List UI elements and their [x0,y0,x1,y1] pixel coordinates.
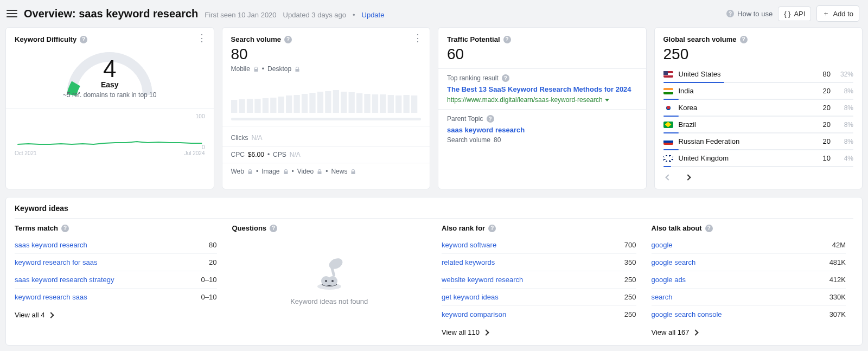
kd-axis-bottom: 0 [202,144,205,150]
menu-icon[interactable] [4,6,20,21]
kd-title: Keyword Difficulty [15,35,76,43]
breakdown-item: Image [261,168,279,175]
svg-rect-15 [348,92,354,113]
lock-icon [247,169,253,174]
keyword-link[interactable]: google ads [652,276,686,284]
empty-illustration [308,253,351,291]
help-icon[interactable]: ? [80,36,87,43]
more-icon[interactable]: ⋮ [197,34,207,42]
country-volume: 20 [812,120,831,129]
keyword-row: keyword software 700 [442,237,636,254]
tp-head: Traffic Potential ? [447,35,637,43]
keyword-link[interactable]: google [652,241,673,249]
keyword-volume: 700 [624,241,636,249]
also-talk-head: Also talk about ? [652,224,846,232]
clicks-label: Clicks [231,134,248,142]
also-talk-view-all[interactable]: View all 167 [652,328,846,336]
country-row[interactable]: Brazil 20 8% [663,117,854,133]
svg-rect-10 [309,93,315,113]
svg-rect-1 [239,99,245,113]
clicks-row: Clicks N/A [231,132,422,144]
svg-rect-7 [286,95,292,113]
help-icon[interactable]: ? [61,225,69,232]
country-row[interactable]: Russian Federation 20 8% [663,133,854,150]
dot-sep: • [267,151,270,158]
also-rank-view-all[interactable]: View all 110 [442,328,636,336]
keyword-volume: 350 [624,258,636,266]
title-wrap: Overview: saas keyword research First se… [20,8,726,20]
keyword-link[interactable]: google search [652,258,696,266]
flag-icon [663,105,673,111]
keyword-link[interactable]: related keywords [442,258,495,266]
keyword-link[interactable]: saas keyword research [15,241,87,249]
breakdown-item: Web [231,168,244,175]
lock-icon [283,169,289,174]
pager-prev[interactable] [663,173,673,182]
country-row[interactable]: United Kingdom 10 4% [663,150,854,167]
kd-axis-right: Jul 2024 [184,150,205,156]
svg-point-29 [331,280,334,282]
keyword-row: search 330K [652,289,846,306]
top-ranking-title[interactable]: The Best 13 SaaS Keyword Research Method… [447,85,631,93]
country-name: Korea [679,104,807,112]
also-talk-list: google 42M google search 481K google ads… [652,237,846,323]
keyword-link[interactable]: website keyword research [442,276,523,284]
help-icon[interactable]: ? [270,225,277,232]
help-icon[interactable]: ? [284,36,292,43]
keyword-link[interactable]: keyword research saas [15,293,87,301]
kd-head: Keyword Difficulty ? [15,35,205,43]
add-to-button[interactable]: ＋ Add to [816,5,859,22]
svg-rect-18 [372,94,378,113]
keyword-link[interactable]: get keyword ideas [442,293,499,301]
keyword-volume: 80 [209,241,216,249]
country-volume: 80 [812,70,831,78]
keyword-row: get keyword ideas 250 [442,289,636,306]
ideas-grid: Terms match ? saas keyword research 80 k… [15,218,853,336]
svg-point-28 [325,280,327,282]
page-title: Overview: saas keyword research [24,8,198,20]
country-row[interactable]: Korea 20 8% [663,100,854,117]
pager-next[interactable] [683,173,693,182]
svg-point-30 [327,256,344,271]
country-name: Brazil [679,120,807,129]
help-icon[interactable]: ? [488,225,496,232]
api-button[interactable]: { } API [778,7,811,21]
keyword-row: google search console 307K [652,306,846,323]
help-icon[interactable]: ? [487,115,494,123]
kd-axis-top: 100 [196,113,205,119]
keyword-link[interactable]: google search console [652,310,722,318]
svg-rect-4 [262,98,268,113]
keyword-link[interactable]: keyword software [442,241,496,249]
top-ranking-url[interactable]: https://www.madx.digital/learn/saas-keyw… [447,96,609,104]
help-icon[interactable]: ? [502,74,509,82]
gv-value: 250 [663,46,854,63]
keyword-link[interactable]: keyword comparison [442,310,506,318]
parent-topic-label: Parent Topic ? [447,115,637,123]
terms-view-all[interactable]: View all 4 [15,311,217,319]
how-to-use-link[interactable]: ? How to use [726,10,773,18]
more-icon[interactable]: ⋮ [413,34,423,42]
kd-axis: Oct 2021 Jul 2024 [15,150,205,156]
svg-rect-6 [278,97,284,113]
svg-rect-0 [231,100,237,113]
country-volume: 10 [812,154,831,162]
keyword-link[interactable]: search [652,293,673,301]
add-to-label: Add to [833,10,853,18]
help-icon[interactable]: ? [503,36,511,43]
parent-topic-link[interactable]: saas keyword research [447,126,525,134]
help-icon[interactable]: ? [740,36,748,43]
terms-match-col: Terms match ? saas keyword research 80 k… [15,219,225,336]
update-link[interactable]: Update [362,11,385,19]
country-row[interactable]: United States 80 32% [663,66,854,83]
clicks-value: N/A [252,134,263,142]
tp-value: 60 [447,46,637,63]
keyword-row: saas keyword research strategy 0–10 [15,271,217,289]
flag-icon [663,122,673,128]
plus-icon: ＋ [822,9,829,18]
keyword-volume: 20 [209,258,216,266]
keyword-link[interactable]: keyword research for saas [15,258,97,266]
help-icon[interactable]: ? [705,225,713,232]
keyword-row: google 42M [652,237,846,254]
country-row[interactable]: India 20 8% [663,83,854,100]
keyword-link[interactable]: saas keyword research strategy [15,276,114,284]
